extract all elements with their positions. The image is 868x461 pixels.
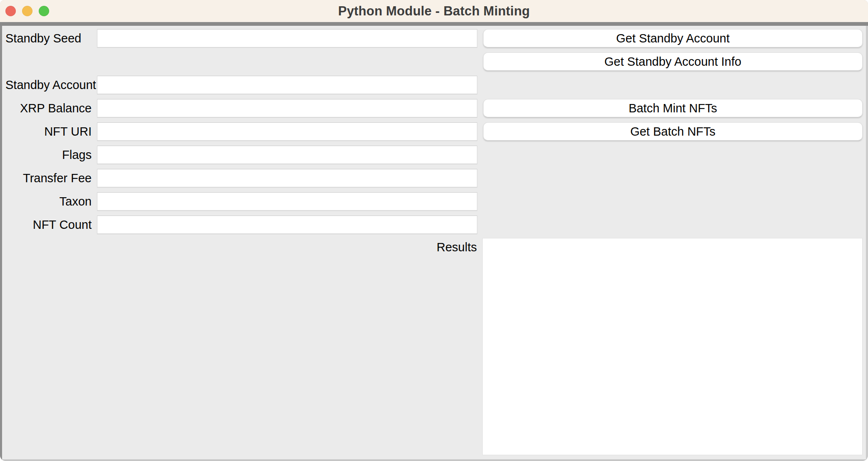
- taxon-label: Taxon: [5, 192, 92, 211]
- zoom-button[interactable]: [39, 6, 49, 16]
- standby-seed-label: Standby Seed: [5, 29, 92, 47]
- window-title: Python Module - Batch Minting: [0, 0, 868, 22]
- get-batch-nfts-button[interactable]: Get Batch NFTs: [483, 122, 863, 141]
- titlebar[interactable]: Python Module - Batch Minting: [0, 0, 868, 22]
- taxon-input[interactable]: [97, 192, 477, 211]
- get-standby-account-button[interactable]: Get Standby Account: [483, 29, 863, 47]
- results-label: Results: [369, 238, 477, 256]
- window-frame-bottom: [0, 459, 868, 461]
- close-button[interactable]: [5, 6, 16, 16]
- xrp-balance-label: XRP Balance: [5, 99, 92, 117]
- minimize-button[interactable]: [22, 6, 32, 16]
- transfer-fee-input[interactable]: [97, 169, 477, 187]
- nft-count-label: NFT Count: [5, 216, 92, 234]
- nft-count-input[interactable]: [97, 216, 477, 234]
- flags-label: Flags: [5, 146, 92, 164]
- main-content: Standby Seed Standby Account XRP Balance…: [2, 26, 866, 459]
- get-standby-account-info-button[interactable]: Get Standby Account Info: [483, 52, 863, 71]
- nft-uri-label: NFT URI: [5, 122, 92, 141]
- results-textarea[interactable]: [482, 238, 863, 455]
- xrp-balance-input[interactable]: [97, 99, 477, 117]
- traffic-lights: [5, 6, 49, 16]
- transfer-fee-label: Transfer Fee: [5, 169, 92, 187]
- batch-mint-nfts-button[interactable]: Batch Mint NFTs: [483, 99, 863, 117]
- standby-seed-input[interactable]: [97, 29, 477, 47]
- standby-account-input[interactable]: [97, 76, 477, 94]
- standby-account-label: Standby Account: [5, 76, 92, 94]
- window-frame-top: [0, 22, 868, 26]
- nft-uri-input[interactable]: [97, 122, 477, 141]
- app-window: Python Module - Batch Minting Standby Se…: [0, 0, 868, 461]
- window-frame-right: [866, 26, 868, 461]
- flags-input[interactable]: [97, 146, 477, 164]
